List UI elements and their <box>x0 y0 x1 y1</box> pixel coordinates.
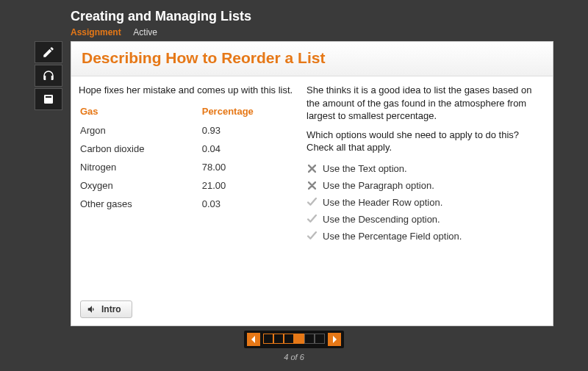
pager-page-4[interactable] <box>294 334 304 344</box>
gas-percentage: 0.93 <box>201 121 299 140</box>
pager-label: 4 of 6 <box>0 353 588 361</box>
pencil-icon <box>42 46 55 59</box>
intro-button-label: Intro <box>101 304 121 314</box>
panel-footer: Intro <box>71 295 553 325</box>
side-toolbar <box>35 41 62 110</box>
gas-percentage: 0.04 <box>201 140 299 158</box>
option-item[interactable]: Use the Header Row option. <box>306 194 545 211</box>
pager-page-1[interactable] <box>263 334 273 344</box>
table-row: Carbon dioxide0.04 <box>79 140 299 158</box>
gas-name: Other gases <box>79 195 201 213</box>
table-row: Other gases0.03 <box>79 195 299 213</box>
page-header: Creating and Managing Lists Assignment A… <box>0 0 588 40</box>
speaker-icon <box>87 304 97 314</box>
option-item[interactable]: Use the Descending option. <box>306 211 545 228</box>
option-text: Use the Text option. <box>323 163 407 174</box>
panel-title: Describing How to Reorder a List <box>71 42 553 76</box>
gas-percentage: 78.00 <box>201 158 299 176</box>
left-column: Hope fixes her mistake and comes up with… <box>79 84 299 295</box>
table-row: Nitrogen78.00 <box>79 158 299 176</box>
pager-next-button[interactable] <box>328 333 341 346</box>
status-label: Active <box>133 27 157 37</box>
pager-page-3[interactable] <box>284 334 294 344</box>
gas-name: Argon <box>79 121 201 140</box>
pager-page-6[interactable] <box>315 334 325 344</box>
check-mark-icon <box>306 214 317 224</box>
gas-percentage: 21.00 <box>201 176 299 195</box>
option-item[interactable]: Use the Paragraph option. <box>306 177 545 194</box>
check-mark-icon <box>306 231 317 241</box>
pager-page-5[interactable] <box>304 334 315 344</box>
gas-table: Gas Percentage Argon0.93Carbon dioxide0.… <box>79 103 299 213</box>
table-row: Argon0.93 <box>79 121 299 140</box>
headphones-icon <box>42 69 55 82</box>
pencil-tool[interactable] <box>35 41 62 63</box>
pager: 4 of 6 <box>0 331 588 361</box>
right-think-2: Which options would she need to apply to… <box>306 129 545 154</box>
check-mark-icon <box>306 197 317 207</box>
option-text: Use the Percentage Field option. <box>323 231 462 242</box>
headphones-tool[interactable] <box>35 65 62 87</box>
gas-name: Carbon dioxide <box>79 140 201 158</box>
option-item[interactable]: Use the Text option. <box>306 160 545 177</box>
right-think-1: She thinks it is a good idea to list the… <box>306 84 545 123</box>
right-column: She thinks it is a good idea to list the… <box>306 84 545 295</box>
content-panel: Describing How to Reorder a List Hope fi… <box>71 41 553 326</box>
gas-name: Oxygen <box>79 176 201 195</box>
option-text: Use the Header Row option. <box>323 197 442 208</box>
col-header-percentage: Percentage <box>201 103 299 121</box>
calculator-icon <box>43 93 54 105</box>
x-mark-icon <box>306 163 317 173</box>
options-list: Use the Text option.Use the Paragraph op… <box>306 160 545 245</box>
calculator-tool[interactable] <box>35 88 62 110</box>
assignment-label: Assignment <box>71 27 121 37</box>
left-intro-text: Hope fixes her mistake and comes up with… <box>79 84 299 97</box>
option-text: Use the Paragraph option. <box>323 180 434 191</box>
gas-percentage: 0.03 <box>201 195 299 213</box>
chevron-left-icon <box>251 336 257 343</box>
chevron-right-icon <box>331 336 337 343</box>
option-item[interactable]: Use the Percentage Field option. <box>306 228 545 245</box>
page-title: Creating and Managing Lists <box>71 9 588 24</box>
pager-prev-button[interactable] <box>247 333 260 346</box>
table-row: Oxygen21.00 <box>79 176 299 195</box>
x-mark-icon <box>306 180 317 190</box>
option-text: Use the Descending option. <box>323 214 440 225</box>
gas-name: Nitrogen <box>79 158 201 176</box>
col-header-gas: Gas <box>79 103 201 121</box>
pager-page-2[interactable] <box>273 334 284 344</box>
intro-button[interactable]: Intro <box>80 300 132 318</box>
